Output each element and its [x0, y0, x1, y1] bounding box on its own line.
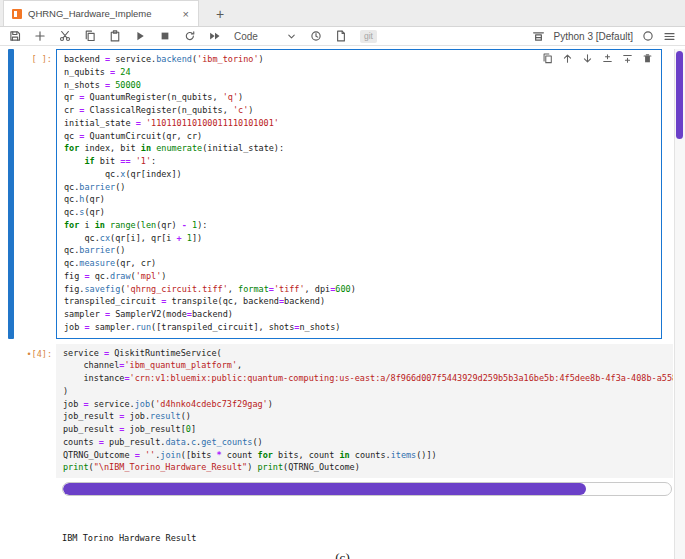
- output-text: IBM_Torino_Hardware_Result 0001001110011…: [62, 507, 672, 542]
- history-icon: [310, 30, 322, 42]
- duplicate-cell-button[interactable]: [542, 53, 553, 64]
- run-icon: [134, 30, 146, 42]
- progress-bar: [62, 482, 672, 496]
- chevron-down-icon: [286, 31, 297, 42]
- kernel-status[interactable]: [642, 30, 654, 42]
- cell-2-editor[interactable]: service = QiskitRuntimeService( channel=…: [56, 344, 673, 479]
- add-cell-button[interactable]: [34, 30, 46, 42]
- active-cell-indicator: [8, 49, 14, 339]
- add-cell-icon: [34, 30, 46, 42]
- stop-icon: [159, 30, 171, 42]
- jupyterlab-window: QHRNG_Hardware_Impleme × +: [0, 0, 685, 559]
- git-badge[interactable]: git: [360, 30, 377, 43]
- cut-button[interactable]: [59, 30, 71, 42]
- paste-icon: [109, 30, 121, 42]
- cell-type-value: Code: [234, 31, 258, 42]
- move-down-icon: [582, 53, 593, 64]
- kernel-icon: [532, 30, 545, 43]
- save-button[interactable]: [9, 30, 21, 42]
- figure-caption: (c): [0, 550, 685, 559]
- menu-button[interactable]: [663, 30, 676, 43]
- run-all-icon: [209, 30, 221, 42]
- cut-icon: [59, 30, 71, 42]
- cell-hover-toolbar: [540, 52, 655, 65]
- toolbar-right: Python 3 [Default]: [532, 30, 677, 43]
- cell-2-output: IBM_Torino_Hardware_Result 0001001110011…: [0, 482, 685, 542]
- menu-icon: [663, 30, 676, 43]
- restart-kernel-button[interactable]: [184, 30, 196, 42]
- tab-title: QHRNG_Hardware_Impleme: [28, 8, 176, 19]
- history-button[interactable]: [310, 30, 322, 42]
- copy-button[interactable]: [84, 30, 96, 42]
- move-cell-down-button[interactable]: [582, 53, 593, 64]
- insert-cell-above-button[interactable]: [602, 53, 613, 64]
- save-icon: [9, 30, 21, 42]
- code-cell-1[interactable]: [ ]: backend = service.backend('ibm_tori…: [0, 49, 685, 339]
- scrollbar-thumb[interactable]: [676, 51, 683, 139]
- notebook-content: [ ]: backend = service.backend('ibm_tori…: [0, 49, 685, 559]
- cell-1-code: backend = service.backend('ibm_torino') …: [64, 53, 661, 334]
- insert-cell-below-button[interactable]: [622, 53, 633, 64]
- delete-cell-button[interactable]: [642, 53, 653, 64]
- delete-cell-icon: [642, 53, 653, 64]
- notebook-icon: [12, 9, 22, 19]
- output-header: IBM_Torino_Hardware_Result: [62, 532, 672, 542]
- notebook-tab[interactable]: QHRNG_Hardware_Impleme ×: [3, 0, 199, 26]
- cell-type-dropdown[interactable]: Code: [234, 31, 297, 42]
- move-up-icon: [562, 53, 573, 64]
- paste-button[interactable]: [109, 30, 121, 42]
- kernel-status-icon: [642, 30, 654, 42]
- run-button[interactable]: [134, 30, 146, 42]
- kernel-button[interactable]: [532, 30, 545, 43]
- insert-below-icon: [622, 53, 633, 64]
- file-button[interactable]: [335, 30, 347, 42]
- duplicate-cell-icon: [542, 53, 553, 64]
- cell-2-code: service = QiskitRuntimeService( channel=…: [63, 347, 673, 475]
- tab-bar: QHRNG_Hardware_Impleme × +: [0, 0, 685, 27]
- new-tab-button[interactable]: +: [199, 1, 241, 26]
- file-icon: [335, 30, 347, 42]
- move-cell-up-button[interactable]: [562, 53, 573, 64]
- code-cell-2[interactable]: •[4]: service = QiskitRuntimeService( ch…: [0, 344, 685, 479]
- insert-above-icon: [602, 53, 613, 64]
- progress-bar-fill: [63, 483, 586, 495]
- cell-2-prompt: •[4]:: [0, 344, 56, 479]
- kernel-name[interactable]: Python 3 [Default]: [554, 31, 634, 42]
- scrollbar[interactable]: [674, 49, 685, 559]
- restart-icon: [184, 30, 196, 42]
- stop-button[interactable]: [159, 30, 171, 42]
- cell-1-editor[interactable]: backend = service.backend('ibm_torino') …: [56, 49, 662, 339]
- restart-run-all-button[interactable]: [209, 30, 221, 42]
- copy-icon: [84, 30, 96, 42]
- notebook-toolbar: Code git Python 3 [Default]: [0, 27, 685, 46]
- close-icon[interactable]: ×: [182, 8, 190, 20]
